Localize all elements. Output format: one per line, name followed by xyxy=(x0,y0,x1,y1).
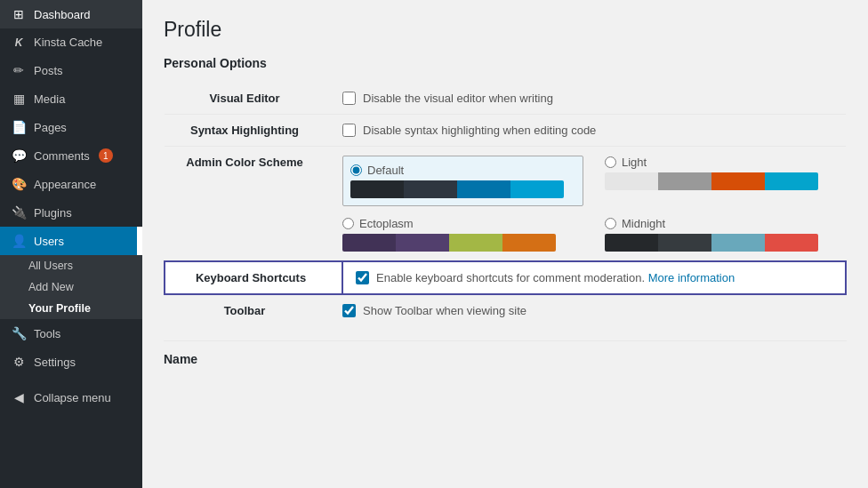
pages-icon: 📄 xyxy=(11,120,27,134)
cs-light-3 xyxy=(711,172,765,190)
cs-light-2 xyxy=(658,172,711,190)
color-scheme-default-label[interactable]: Default xyxy=(350,164,575,177)
keyboard-shortcuts-checkbox[interactable] xyxy=(356,271,369,284)
sidebar-label-users: Users xyxy=(34,235,64,248)
sidebar-label-media: Media xyxy=(34,92,65,106)
sidebar-label-posts: Posts xyxy=(34,64,63,77)
sidebar-item-appearance[interactable]: 🎨 Appearance xyxy=(0,170,142,198)
comments-icon: 💬 xyxy=(11,148,27,163)
sidebar-item-settings[interactable]: ⚙ Settings xyxy=(0,348,142,376)
name-section-heading: Name xyxy=(164,340,847,366)
sidebar: ⊞ Dashboard K Kinsta Cache ✏ Posts ▦ Med… xyxy=(0,0,142,488)
cs-light-1 xyxy=(605,172,658,190)
sidebar-label-tools: Tools xyxy=(34,327,60,340)
kinsta-icon: K xyxy=(11,36,27,49)
appearance-icon: 🎨 xyxy=(11,177,27,191)
sidebar-item-media[interactable]: ▦ Media xyxy=(0,84,142,113)
cs-mid-2 xyxy=(658,234,711,252)
posts-icon: ✏ xyxy=(11,63,27,77)
color-bar-midnight xyxy=(605,234,818,252)
keyboard-shortcuts-cb-row: Enable keyboard shortcuts for comment mo… xyxy=(356,271,832,284)
tools-icon: 🔧 xyxy=(11,326,27,340)
color-scheme-midnight-label[interactable]: Midnight xyxy=(605,217,846,230)
admin-color-scheme-label: Admin Color Scheme xyxy=(165,147,342,262)
settings-icon: ⚙ xyxy=(11,355,27,369)
sidebar-label-pages: Pages xyxy=(34,121,67,134)
visual-editor-label: Visual Editor xyxy=(165,83,342,115)
main-content: Profile Personal Options Visual Editor D… xyxy=(142,0,868,488)
keyboard-shortcuts-row: Keyboard Shortcuts Enable keyboard short… xyxy=(165,261,846,294)
color-bar-default xyxy=(350,180,564,198)
admin-color-scheme-row: Admin Color Scheme Default xyxy=(165,147,846,262)
sidebar-sub-add-new[interactable]: Add New xyxy=(0,276,142,298)
users-icon: 👤 xyxy=(11,234,27,248)
comments-badge: 1 xyxy=(99,148,113,163)
cs-mid-4 xyxy=(765,234,818,252)
cs-mid-1 xyxy=(605,234,658,252)
cs-ecto-4 xyxy=(502,234,556,252)
cs-light-4 xyxy=(765,172,818,190)
sidebar-item-plugins[interactable]: 🔌 Plugins xyxy=(0,198,142,227)
color-bar-light xyxy=(605,172,818,190)
syntax-highlighting-row: Syntax Highlighting Disable syntax highl… xyxy=(165,115,846,147)
visual-editor-row: Visual Editor Disable the visual editor … xyxy=(165,83,846,115)
toolbar-row: Toolbar Show Toolbar when viewing site xyxy=(165,294,846,326)
keyboard-shortcuts-cb-label: Enable keyboard shortcuts for comment mo… xyxy=(376,271,735,284)
sidebar-collapse-label: Collapse menu xyxy=(34,391,111,404)
sidebar-active-arrow xyxy=(137,227,142,255)
dashboard-icon: ⊞ xyxy=(11,7,27,21)
sidebar-item-kinsta[interactable]: K Kinsta Cache xyxy=(0,28,142,56)
color-bar-ectoplasm xyxy=(342,234,556,252)
personal-options-heading: Personal Options xyxy=(164,56,847,70)
cs-ecto-2 xyxy=(396,234,449,252)
page-title: Profile xyxy=(164,18,847,42)
sidebar-sub-all-users[interactable]: All Users xyxy=(0,255,142,276)
color-scheme-default[interactable]: Default xyxy=(342,156,583,206)
sidebar-item-comments[interactable]: 💬 Comments 1 xyxy=(0,141,142,170)
media-icon: ▦ xyxy=(11,92,27,106)
visual-editor-checkbox[interactable] xyxy=(342,92,356,105)
color-scheme-light-radio[interactable] xyxy=(605,156,616,168)
sidebar-label-kinsta: Kinsta Cache xyxy=(34,36,102,49)
sidebar-label-settings: Settings xyxy=(34,356,76,369)
syntax-highlighting-checkbox[interactable] xyxy=(342,124,356,137)
sidebar-item-pages[interactable]: 📄 Pages xyxy=(0,113,142,141)
toolbar-label: Toolbar xyxy=(165,294,342,326)
color-scheme-default-radio[interactable] xyxy=(350,164,362,176)
users-submenu: All Users Add New Your Profile xyxy=(0,255,142,319)
color-scheme-midnight[interactable]: Midnight xyxy=(605,217,846,252)
sidebar-item-tools[interactable]: 🔧 Tools xyxy=(0,319,142,348)
color-scheme-ectoplasm-radio[interactable] xyxy=(342,218,354,229)
sidebar-sub-your-profile[interactable]: Your Profile xyxy=(0,298,142,319)
toolbar-checkbox[interactable] xyxy=(342,304,356,317)
sidebar-item-users[interactable]: 👤 Users xyxy=(0,227,142,255)
toolbar-cb-label: Show Toolbar when viewing site xyxy=(363,304,526,317)
color-scheme-ectoplasm-label[interactable]: Ectoplasm xyxy=(342,217,583,230)
color-scheme-midnight-radio[interactable] xyxy=(605,218,616,229)
sidebar-label-dashboard: Dashboard xyxy=(34,8,91,21)
sidebar-item-dashboard[interactable]: ⊞ Dashboard xyxy=(0,0,142,28)
color-scheme-ectoplasm[interactable]: Ectoplasm xyxy=(342,217,583,252)
cs-default-4 xyxy=(510,180,564,198)
sidebar-collapse[interactable]: ◀ Collapse menu xyxy=(0,383,142,412)
plugins-icon: 🔌 xyxy=(11,205,27,220)
cs-default-3 xyxy=(457,180,510,198)
profile-form-table: Visual Editor Disable the visual editor … xyxy=(164,83,847,326)
cs-ecto-1 xyxy=(342,234,396,252)
syntax-highlighting-cb-row: Disable syntax highlighting when editing… xyxy=(342,124,846,137)
color-scheme-light-label[interactable]: Light xyxy=(605,156,846,169)
sidebar-label-comments: Comments xyxy=(34,149,90,163)
visual-editor-cb-label: Disable the visual editor when writing xyxy=(363,92,553,105)
cs-default-1 xyxy=(350,180,404,198)
sidebar-label-appearance: Appearance xyxy=(34,178,96,191)
color-scheme-light[interactable]: Light xyxy=(605,156,846,206)
visual-editor-cb-row: Disable the visual editor when writing xyxy=(342,92,846,105)
collapse-icon: ◀ xyxy=(11,390,27,404)
syntax-highlighting-label: Syntax Highlighting xyxy=(165,115,342,147)
sidebar-label-plugins: Plugins xyxy=(34,206,72,220)
toolbar-cb-row: Show Toolbar when viewing site xyxy=(342,304,846,317)
keyboard-shortcuts-link[interactable]: More information xyxy=(648,271,735,284)
cs-ecto-3 xyxy=(449,234,502,252)
cs-default-2 xyxy=(404,180,457,198)
sidebar-item-posts[interactable]: ✏ Posts xyxy=(0,56,142,84)
